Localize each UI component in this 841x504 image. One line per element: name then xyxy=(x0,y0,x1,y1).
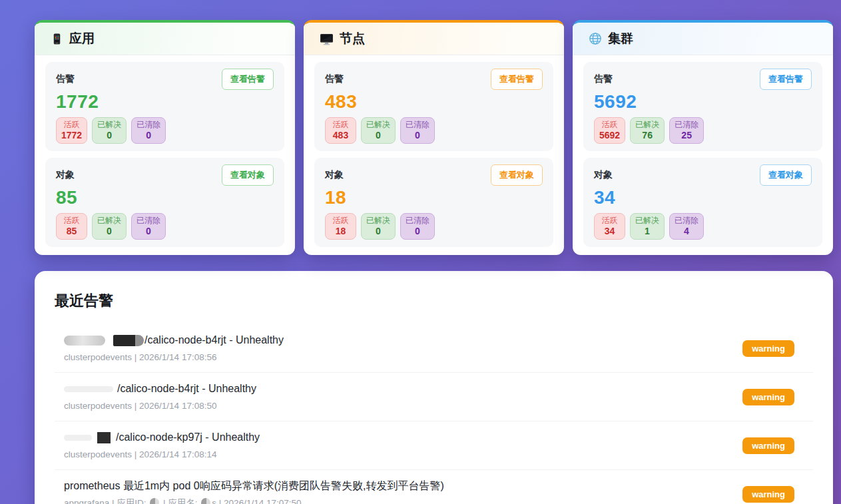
active-badge: 活跃 483 xyxy=(325,117,356,144)
cleared-label: 已清除 xyxy=(406,216,429,226)
redacted-text-block xyxy=(150,498,159,504)
redacted-text-block xyxy=(64,386,113,392)
active-count: 5692 xyxy=(599,130,620,141)
alert-row[interactable]: prometheus 最近1m内 pod 0响应码异常请求(消费团队告警失败,转… xyxy=(55,470,813,504)
card-cluster: 集群 告警 查看告警 5692 活跃 5692 已解决 xyxy=(573,20,833,255)
card-node: 节点 告警 查看告警 483 活跃 483 已解决 xyxy=(304,20,564,255)
alert-meta: clusterpodevents | 2026/1/14 17:08:56 xyxy=(64,351,284,364)
resolved-count: 0 xyxy=(366,226,390,237)
view-alerts-button[interactable]: 查看告警 xyxy=(760,69,812,90)
card-cluster-header: 集群 xyxy=(573,23,833,55)
active-count: 483 xyxy=(330,130,351,141)
active-label: 活跃 xyxy=(61,216,82,226)
alert-title-text: /calico-node-kp97j - Unhealthy xyxy=(116,430,260,445)
view-objects-button[interactable]: 查看对象 xyxy=(222,164,274,186)
cluster-objects-box: 对象 查看对象 34 活跃 34 已解决 1 xyxy=(583,158,822,247)
card-node-body: 告警 查看告警 483 活跃 483 已解决 0 xyxy=(304,55,564,255)
warning-level-badge: warning xyxy=(742,340,794,357)
resolved-label: 已解决 xyxy=(635,120,659,130)
resolved-badge: 已解决 1 xyxy=(630,213,665,240)
cleared-label: 已清除 xyxy=(675,120,699,130)
objects-label: 对象 xyxy=(325,169,344,181)
globe-icon xyxy=(589,32,602,45)
summary-cards-row: 应用 告警 查看告警 1772 活跃 1772 已解决 xyxy=(35,20,833,255)
node-objects-box: 对象 查看对象 18 活跃 18 已解决 0 xyxy=(314,158,553,247)
monitoring-dashboard: 应用 告警 查看告警 1772 活跃 1772 已解决 xyxy=(0,0,841,504)
active-badge: 活跃 1772 xyxy=(56,117,87,144)
card-title: 应用 xyxy=(69,31,95,47)
card-title: 节点 xyxy=(340,31,365,47)
alert-meta: clusterpodevents | 2026/1/14 17:08:14 xyxy=(64,448,260,461)
redacted-text-block xyxy=(64,435,92,441)
alert-meta-text: | 应用名: xyxy=(160,498,200,504)
card-cluster-body: 告警 查看告警 5692 活跃 5692 已解决 76 xyxy=(573,55,833,255)
alerts-label: 告警 xyxy=(594,73,613,85)
cleared-label: 已清除 xyxy=(137,120,160,130)
card-application: 应用 告警 查看告警 1772 活跃 1772 已解决 xyxy=(35,20,295,255)
resolved-label: 已解决 xyxy=(366,216,390,226)
view-alerts-button[interactable]: 查看告警 xyxy=(222,69,274,90)
alert-row[interactable]: /calico-node-b4rjt - Unhealthy clusterpo… xyxy=(55,324,813,373)
active-badge: 活跃 5692 xyxy=(594,117,625,144)
node-alerts-box: 告警 查看告警 483 活跃 483 已解决 0 xyxy=(314,62,553,151)
cleared-badge: 已清除 0 xyxy=(131,213,166,240)
alert-title: prometheus 最近1m内 pod 0响应码异常请求(消费团队告警失败,转… xyxy=(64,479,444,493)
objects-status-badges: 活跃 85 已解决 0 已清除 0 xyxy=(56,213,274,240)
alert-title: /calico-node-b4rjt - Unhealthy xyxy=(64,333,284,348)
resolved-badge: 已解决 76 xyxy=(630,117,665,144)
alert-content: /calico-node-kp97j - Unhealthy clusterpo… xyxy=(64,430,260,461)
warning-level-badge: warning xyxy=(742,437,794,454)
warning-level-badge: warning xyxy=(742,389,794,405)
alert-title-text: prometheus 最近1m内 pod 0响应码异常请求(消费团队告警失败,转… xyxy=(64,479,444,493)
alert-meta: appgrafana | 应用ID: | 应用名: s | 2026/1/14 … xyxy=(64,497,444,504)
alert-content: prometheus 最近1m内 pod 0响应码异常请求(消费团队告警失败,转… xyxy=(64,479,444,504)
active-label: 活跃 xyxy=(330,216,351,226)
objects-total: 18 xyxy=(325,187,543,208)
active-count: 34 xyxy=(599,226,620,237)
resolved-label: 已解决 xyxy=(366,120,390,130)
alert-content: /calico-node-b4rjt - Unhealthy clusterpo… xyxy=(64,381,256,412)
cleared-label: 已清除 xyxy=(137,216,160,226)
active-label: 活跃 xyxy=(599,216,620,226)
alert-list: /calico-node-b4rjt - Unhealthy clusterpo… xyxy=(55,324,813,504)
objects-label: 对象 xyxy=(56,169,75,181)
alert-row[interactable]: /calico-node-b4rjt - Unhealthy clusterpo… xyxy=(55,373,813,421)
resolved-label: 已解决 xyxy=(97,120,121,130)
resolved-count: 76 xyxy=(635,130,659,141)
objects-total: 85 xyxy=(56,187,274,208)
active-badge: 活跃 18 xyxy=(325,213,356,240)
alert-row[interactable]: /calico-node-kp97j - Unhealthy clusterpo… xyxy=(55,421,813,470)
warning-level-badge: warning xyxy=(742,486,794,503)
cleared-badge: 已清除 4 xyxy=(669,213,704,240)
active-label: 活跃 xyxy=(599,120,620,130)
objects-status-badges: 活跃 18 已解决 0 已清除 0 xyxy=(325,213,543,240)
card-application-body: 告警 查看告警 1772 活跃 1772 已解决 0 xyxy=(35,55,295,255)
card-title: 集群 xyxy=(608,31,633,47)
active-badge: 活跃 85 xyxy=(56,213,87,240)
application-objects-box: 对象 查看对象 85 活跃 85 已解决 0 xyxy=(45,158,284,247)
resolved-badge: 已解决 0 xyxy=(92,213,127,240)
cleared-badge: 已清除 25 xyxy=(669,117,704,144)
view-alerts-button[interactable]: 查看告警 xyxy=(491,69,543,90)
alert-content: /calico-node-b4rjt - Unhealthy clusterpo… xyxy=(64,333,284,364)
alerts-total: 483 xyxy=(325,91,543,112)
cluster-alerts-box: 告警 查看告警 5692 活跃 5692 已解决 76 xyxy=(583,62,822,151)
cleared-count: 0 xyxy=(406,130,429,141)
cleared-count: 0 xyxy=(137,130,160,141)
resolved-count: 0 xyxy=(97,226,121,237)
view-objects-button[interactable]: 查看对象 xyxy=(760,164,812,186)
recent-alerts-panel: 最近告警 /calico-node-b4rjt - Unhealthy clus… xyxy=(35,271,833,504)
resolved-count: 0 xyxy=(97,130,121,141)
objects-label: 对象 xyxy=(594,169,613,181)
active-label: 活跃 xyxy=(61,120,82,130)
alert-title: /calico-node-kp97j - Unhealthy xyxy=(64,430,260,445)
alert-title-text: /calico-node-b4rjt - Unhealthy xyxy=(117,381,256,396)
alert-meta: clusterpodevents | 2026/1/14 17:08:50 xyxy=(64,399,256,412)
view-objects-button[interactable]: 查看对象 xyxy=(491,164,543,186)
active-count: 85 xyxy=(61,226,82,237)
cleared-label: 已清除 xyxy=(675,216,699,226)
objects-status-badges: 活跃 34 已解决 1 已清除 4 xyxy=(594,213,812,240)
phone-icon xyxy=(51,33,63,45)
resolved-count: 1 xyxy=(635,226,659,237)
redacted-text-block xyxy=(97,432,111,443)
